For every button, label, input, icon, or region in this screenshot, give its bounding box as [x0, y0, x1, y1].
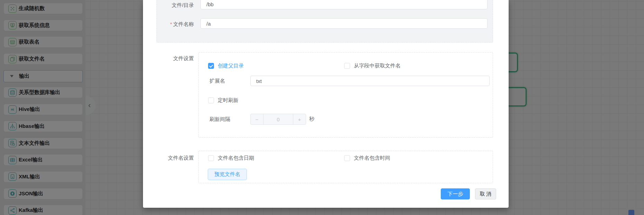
- filename-settings-group: 文件名包含日期 文件名包含时间 预览文件名: [198, 151, 493, 183]
- checkbox-unchecked-icon: [344, 155, 350, 161]
- file-settings-label: 文件设置: [153, 55, 194, 62]
- file-dir-label: 文件/目录: [153, 2, 194, 9]
- timed-refresh-checkbox[interactable]: 定时刷新: [208, 97, 239, 104]
- file-name-input[interactable]: [200, 18, 488, 29]
- checkbox-unchecked-icon: [208, 155, 214, 161]
- stepper-plus-button: +: [293, 114, 306, 124]
- extension-input[interactable]: [250, 76, 490, 86]
- text-file-output-dialog: 文件/目录 *文件名称 文件设置 创建父目录 从字段中获取文件名 扩展名 定时刷…: [143, 0, 509, 208]
- create-parent-dir-checkbox[interactable]: 创建父目录: [208, 63, 244, 69]
- extension-label: 扩展名: [209, 77, 225, 84]
- filename-include-time-checkbox[interactable]: 文件名包含时间: [344, 155, 390, 161]
- stepper-minus-button: −: [251, 114, 263, 124]
- checkbox-checked-icon: [208, 63, 214, 69]
- filename-include-date-checkbox[interactable]: 文件名包含日期: [208, 155, 254, 161]
- required-asterisk: *: [170, 21, 172, 27]
- checkbox-unchecked-icon: [208, 97, 214, 103]
- refresh-interval-label: 刷新间隔: [209, 116, 230, 123]
- checkbox-unchecked-icon: [344, 63, 350, 69]
- next-step-button[interactable]: 下一步: [441, 188, 470, 199]
- file-settings-group: 创建父目录 从字段中获取文件名 扩展名 定时刷新 刷新间隔 − 0 + 秒: [198, 52, 493, 138]
- filename-from-field-checkbox[interactable]: 从字段中获取文件名: [344, 63, 401, 69]
- stepper-value: 0: [263, 114, 293, 124]
- preview-filename-button[interactable]: 预览文件名: [208, 169, 247, 180]
- seconds-unit-label: 秒: [309, 116, 314, 122]
- cancel-button[interactable]: 取 消: [475, 188, 496, 199]
- filename-settings-label: 文件名设置: [153, 155, 194, 161]
- refresh-interval-stepper: − 0 +: [250, 114, 306, 125]
- file-name-label: *文件名称: [153, 21, 194, 28]
- file-dir-input[interactable]: [200, 0, 488, 9]
